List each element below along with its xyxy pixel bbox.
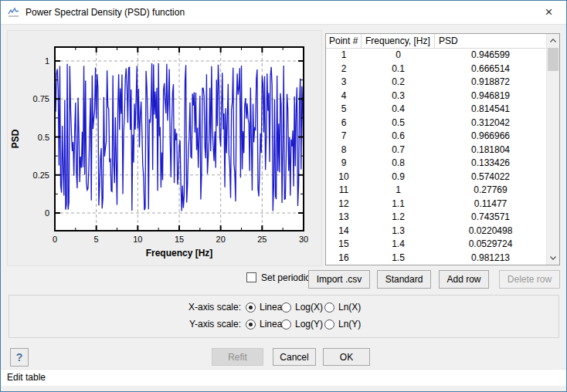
set-periodic-label: Set periodic bbox=[261, 272, 310, 284]
scrollbar-thumb[interactable] bbox=[548, 48, 559, 71]
cancel-button[interactable]: Cancel bbox=[273, 348, 316, 366]
frequency-cell[interactable]: 1 bbox=[362, 184, 435, 198]
y-scale-log-radio[interactable] bbox=[281, 319, 291, 329]
set-periodic-checkbox[interactable] bbox=[246, 272, 256, 282]
point-cell[interactable]: 16 bbox=[326, 252, 362, 265]
table-row: 80.70.181804 bbox=[326, 144, 546, 157]
psd-cell[interactable]: 0.11477 bbox=[435, 198, 546, 211]
y-scale-linear-radio[interactable] bbox=[246, 319, 256, 329]
x-scale-log-radio[interactable] bbox=[281, 302, 291, 313]
point-cell[interactable]: 13 bbox=[326, 211, 362, 225]
frequency-cell[interactable]: 0.7 bbox=[362, 144, 435, 157]
psd-cell[interactable]: 0.966966 bbox=[435, 130, 546, 144]
table-header-row: Point # Frequency, [Hz] PSD bbox=[326, 34, 546, 49]
frequency-cell[interactable]: 0.8 bbox=[362, 157, 435, 171]
frequency-cell[interactable]: 0.3 bbox=[362, 90, 435, 103]
window-title: Power Spectral Density (PSD) function bbox=[25, 1, 185, 24]
psd-cell[interactable]: 0.946819 bbox=[435, 90, 546, 103]
table-row: 60.50.312042 bbox=[326, 117, 546, 130]
x-scale-ln-radio[interactable] bbox=[324, 302, 334, 313]
y-tick-label: 0.5 bbox=[38, 133, 49, 142]
axis-scale-groupbox: X-axis scale: Linear Log(X) Ln(X) Y-axis… bbox=[8, 295, 559, 338]
point-cell[interactable]: 6 bbox=[326, 117, 362, 130]
frequency-cell[interactable]: 1.4 bbox=[362, 238, 435, 252]
psd-cell[interactable]: 0.181804 bbox=[435, 144, 546, 157]
psd-cell[interactable]: 0.27769 bbox=[435, 184, 546, 198]
frequency-cell[interactable]: 1.3 bbox=[362, 225, 435, 238]
table-body: 100.94659920.10.66651430.20.91887240.30.… bbox=[326, 49, 546, 265]
point-cell[interactable]: 7 bbox=[326, 130, 362, 144]
x-tick-label: 5 bbox=[94, 235, 99, 244]
x-axis-scale-row: X-axis scale: Linear Log(X) Ln(X) bbox=[9, 302, 559, 314]
psd-cell[interactable]: 0.814541 bbox=[435, 103, 546, 117]
table-row: 1110.27769 bbox=[326, 184, 546, 198]
x-scale-linear-radio[interactable] bbox=[246, 302, 256, 313]
frequency-cell[interactable]: 1.2 bbox=[362, 211, 435, 225]
psd-cell[interactable]: 0.918872 bbox=[435, 76, 546, 90]
point-cell[interactable]: 15 bbox=[326, 238, 362, 252]
psd-dialog: Power Spectral Density (PSD) function × … bbox=[0, 0, 567, 392]
psd-data-table: Point # Frequency, [Hz] PSD 100.94659920… bbox=[325, 33, 560, 265]
column-header-frequency[interactable]: Frequency, [Hz] bbox=[362, 34, 435, 48]
point-cell[interactable]: 2 bbox=[326, 63, 362, 76]
psd-cell[interactable]: 0.946599 bbox=[435, 49, 546, 63]
y-axis-title: PSD bbox=[10, 129, 21, 148]
y-scale-ln-label: Ln(Y) bbox=[338, 319, 361, 330]
frequency-cell[interactable]: 0.4 bbox=[362, 103, 435, 117]
frequency-cell[interactable]: 0.9 bbox=[362, 171, 435, 184]
x-axis-title: Frequency [Hz] bbox=[146, 248, 213, 259]
psd-cell[interactable]: 0.574022 bbox=[435, 171, 546, 184]
frequency-cell[interactable]: 0.5 bbox=[362, 117, 435, 130]
psd-cell[interactable]: 0.743571 bbox=[435, 211, 546, 225]
table-row: 121.10.11477 bbox=[326, 198, 546, 211]
point-cell[interactable]: 5 bbox=[326, 103, 362, 117]
frequency-cell[interactable]: 0.2 bbox=[362, 76, 435, 90]
add-row-button[interactable]: Add row bbox=[439, 270, 489, 289]
frequency-cell[interactable]: 1.5 bbox=[362, 252, 435, 265]
table-row: 151.40.0529724 bbox=[326, 238, 546, 252]
ok-button[interactable]: OK bbox=[323, 348, 370, 366]
point-cell[interactable]: 14 bbox=[326, 225, 362, 238]
chart-svg: 05101520253000.250.50.751Frequency [Hz]P… bbox=[8, 31, 321, 265]
column-header-point[interactable]: Point # bbox=[326, 34, 362, 48]
status-bar: Edit table bbox=[1, 369, 566, 386]
standard-button[interactable]: Standard bbox=[377, 270, 431, 289]
psd-cell[interactable]: 0.133426 bbox=[435, 157, 546, 171]
y-scale-log-label: Log(Y) bbox=[295, 319, 323, 330]
point-cell[interactable]: 8 bbox=[326, 144, 362, 157]
point-cell[interactable]: 4 bbox=[326, 90, 362, 103]
x-scale-log-label: Log(X) bbox=[295, 302, 323, 313]
psd-cell[interactable]: 0.0220498 bbox=[435, 225, 546, 238]
y-tick-label: 1 bbox=[45, 56, 49, 66]
frequency-cell[interactable]: 1.1 bbox=[362, 198, 435, 211]
psd-cell[interactable]: 0.666514 bbox=[435, 63, 546, 76]
point-cell[interactable]: 12 bbox=[326, 198, 362, 211]
table-row: 100.946599 bbox=[326, 49, 546, 63]
close-button[interactable]: × bbox=[531, 1, 566, 24]
y-tick-label: 0 bbox=[45, 208, 49, 218]
scroll-down-arrow[interactable] bbox=[547, 252, 559, 265]
column-header-psd[interactable]: PSD bbox=[435, 34, 546, 48]
frequency-cell[interactable]: 0.6 bbox=[362, 130, 435, 144]
import-csv-button[interactable]: Import .csv bbox=[308, 270, 370, 289]
y-scale-ln-radio[interactable] bbox=[324, 319, 334, 329]
point-cell[interactable]: 11 bbox=[326, 184, 362, 198]
table-row: 131.20.743571 bbox=[326, 211, 546, 225]
point-cell[interactable]: 1 bbox=[326, 49, 362, 63]
psd-cell[interactable]: 0.981213 bbox=[435, 252, 546, 265]
table-row: 100.90.574022 bbox=[326, 171, 546, 184]
table-row: 161.50.981213 bbox=[326, 252, 546, 265]
x-tick-label: 0 bbox=[53, 235, 57, 244]
point-cell[interactable]: 3 bbox=[326, 76, 362, 90]
point-cell[interactable]: 10 bbox=[326, 171, 362, 184]
table-row: 50.40.814541 bbox=[326, 103, 546, 117]
help-button[interactable]: ? bbox=[10, 348, 29, 367]
frequency-cell[interactable]: 0.1 bbox=[362, 63, 435, 76]
scroll-up-arrow[interactable] bbox=[547, 34, 559, 47]
frequency-cell[interactable]: 0 bbox=[362, 49, 435, 63]
psd-cell[interactable]: 0.0529724 bbox=[435, 238, 546, 252]
table-scrollbar[interactable] bbox=[546, 34, 559, 265]
psd-cell[interactable]: 0.312042 bbox=[435, 117, 546, 130]
point-cell[interactable]: 9 bbox=[326, 157, 362, 171]
line-chart-icon bbox=[8, 7, 20, 19]
